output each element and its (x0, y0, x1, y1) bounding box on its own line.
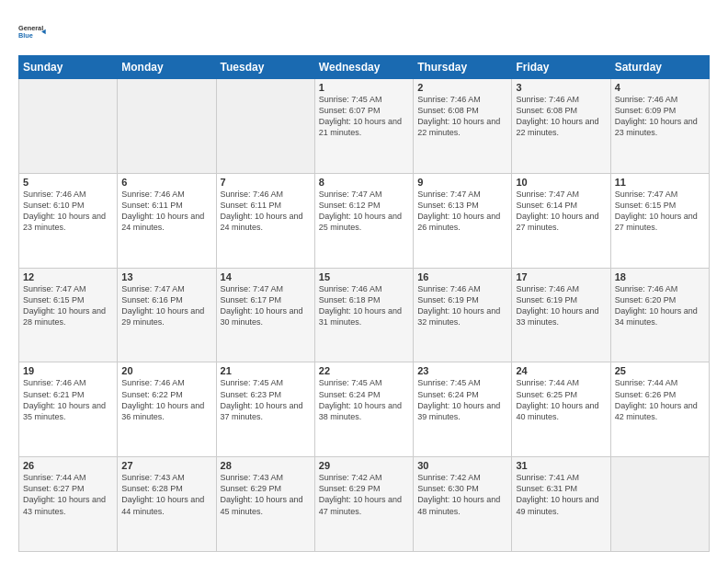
week-row-4: 19Sunrise: 7:46 AM Sunset: 6:21 PM Dayli… (19, 362, 710, 457)
calendar: SundayMondayTuesdayWednesdayThursdayFrid… (18, 55, 710, 552)
day-number: 30 (417, 460, 507, 471)
col-header-friday: Friday (512, 56, 610, 79)
day-number: 7 (221, 177, 311, 188)
day-number: 12 (23, 271, 113, 282)
day-info: Sunrise: 7:42 AM Sunset: 6:30 PM Dayligh… (417, 472, 507, 517)
day-cell: 2Sunrise: 7:46 AM Sunset: 6:08 PM Daylig… (414, 79, 512, 174)
day-number: 8 (319, 177, 409, 188)
day-number: 2 (417, 82, 507, 93)
day-info: Sunrise: 7:44 AM Sunset: 6:27 PM Dayligh… (23, 472, 113, 517)
col-header-wednesday: Wednesday (314, 56, 413, 79)
day-cell: 10Sunrise: 7:47 AM Sunset: 6:14 PM Dayli… (512, 173, 610, 268)
day-number: 19 (23, 365, 113, 376)
day-number: 11 (615, 177, 705, 188)
day-info: Sunrise: 7:46 AM Sunset: 6:08 PM Dayligh… (417, 94, 507, 139)
day-info: Sunrise: 7:45 AM Sunset: 6:07 PM Dayligh… (319, 94, 409, 139)
day-cell: 14Sunrise: 7:47 AM Sunset: 6:17 PM Dayli… (216, 268, 314, 362)
day-number: 20 (121, 365, 211, 376)
day-cell: 28Sunrise: 7:43 AM Sunset: 6:29 PM Dayli… (216, 457, 314, 552)
day-cell: 17Sunrise: 7:46 AM Sunset: 6:19 PM Dayli… (512, 268, 610, 362)
day-info: Sunrise: 7:44 AM Sunset: 6:26 PM Dayligh… (615, 377, 705, 422)
day-cell: 29Sunrise: 7:42 AM Sunset: 6:29 PM Dayli… (314, 457, 413, 552)
col-header-thursday: Thursday (414, 56, 512, 79)
day-cell (118, 79, 216, 174)
day-info: Sunrise: 7:46 AM Sunset: 6:20 PM Dayligh… (615, 283, 705, 328)
day-cell: 31Sunrise: 7:41 AM Sunset: 6:31 PM Dayli… (512, 457, 610, 552)
day-cell: 1Sunrise: 7:45 AM Sunset: 6:07 PM Daylig… (314, 79, 413, 174)
day-cell: 4Sunrise: 7:46 AM Sunset: 6:09 PM Daylig… (610, 79, 709, 174)
header: GeneralBlue (18, 17, 710, 46)
day-cell (19, 79, 118, 174)
day-cell: 11Sunrise: 7:47 AM Sunset: 6:15 PM Dayli… (610, 173, 709, 268)
day-info: Sunrise: 7:46 AM Sunset: 6:21 PM Dayligh… (23, 377, 113, 422)
day-info: Sunrise: 7:46 AM Sunset: 6:11 PM Dayligh… (221, 189, 311, 234)
page: GeneralBlue SundayMondayTuesdayWednesday… (0, 0, 728, 563)
logo-icon: GeneralBlue (18, 17, 48, 46)
day-cell: 25Sunrise: 7:44 AM Sunset: 6:26 PM Dayli… (610, 362, 709, 457)
day-number: 31 (516, 460, 606, 471)
day-number: 9 (417, 177, 507, 188)
day-cell: 27Sunrise: 7:43 AM Sunset: 6:28 PM Dayli… (118, 457, 216, 552)
day-number: 25 (615, 365, 705, 376)
day-info: Sunrise: 7:47 AM Sunset: 6:14 PM Dayligh… (516, 189, 606, 234)
day-info: Sunrise: 7:45 AM Sunset: 6:24 PM Dayligh… (319, 377, 409, 422)
col-header-saturday: Saturday (610, 56, 709, 79)
day-number: 4 (615, 82, 705, 93)
day-cell (216, 79, 314, 174)
day-info: Sunrise: 7:42 AM Sunset: 6:29 PM Dayligh… (319, 472, 409, 517)
day-number: 14 (221, 271, 311, 282)
day-cell: 19Sunrise: 7:46 AM Sunset: 6:21 PM Dayli… (19, 362, 118, 457)
day-info: Sunrise: 7:46 AM Sunset: 6:22 PM Dayligh… (121, 377, 211, 422)
svg-text:Blue: Blue (18, 31, 33, 40)
logo: GeneralBlue (18, 17, 48, 46)
day-info: Sunrise: 7:45 AM Sunset: 6:23 PM Dayligh… (221, 377, 311, 422)
day-info: Sunrise: 7:47 AM Sunset: 6:12 PM Dayligh… (319, 189, 409, 234)
day-info: Sunrise: 7:46 AM Sunset: 6:09 PM Dayligh… (615, 94, 705, 139)
day-number: 1 (319, 82, 409, 93)
day-info: Sunrise: 7:46 AM Sunset: 6:11 PM Dayligh… (121, 189, 211, 234)
day-cell: 5Sunrise: 7:46 AM Sunset: 6:10 PM Daylig… (19, 173, 118, 268)
week-row-5: 26Sunrise: 7:44 AM Sunset: 6:27 PM Dayli… (19, 457, 710, 552)
day-number: 28 (221, 460, 311, 471)
day-cell: 18Sunrise: 7:46 AM Sunset: 6:20 PM Dayli… (610, 268, 709, 362)
day-number: 23 (417, 365, 507, 376)
day-number: 3 (516, 82, 606, 93)
day-info: Sunrise: 7:47 AM Sunset: 6:16 PM Dayligh… (121, 283, 211, 328)
day-number: 24 (516, 365, 606, 376)
svg-text:General: General (18, 24, 43, 32)
day-info: Sunrise: 7:45 AM Sunset: 6:24 PM Dayligh… (417, 377, 507, 422)
day-info: Sunrise: 7:46 AM Sunset: 6:19 PM Dayligh… (516, 283, 606, 328)
day-info: Sunrise: 7:47 AM Sunset: 6:15 PM Dayligh… (23, 283, 113, 328)
day-cell: 22Sunrise: 7:45 AM Sunset: 6:24 PM Dayli… (314, 362, 413, 457)
week-row-3: 12Sunrise: 7:47 AM Sunset: 6:15 PM Dayli… (19, 268, 710, 362)
day-cell: 26Sunrise: 7:44 AM Sunset: 6:27 PM Dayli… (19, 457, 118, 552)
day-number: 18 (615, 271, 705, 282)
day-cell: 3Sunrise: 7:46 AM Sunset: 6:08 PM Daylig… (512, 79, 610, 174)
day-info: Sunrise: 7:46 AM Sunset: 6:10 PM Dayligh… (23, 189, 113, 234)
day-number: 26 (23, 460, 113, 471)
day-cell: 7Sunrise: 7:46 AM Sunset: 6:11 PM Daylig… (216, 173, 314, 268)
week-row-1: 1Sunrise: 7:45 AM Sunset: 6:07 PM Daylig… (19, 79, 710, 174)
day-number: 22 (319, 365, 409, 376)
col-header-monday: Monday (118, 56, 216, 79)
day-info: Sunrise: 7:46 AM Sunset: 6:19 PM Dayligh… (417, 283, 507, 328)
day-number: 5 (23, 177, 113, 188)
day-cell: 20Sunrise: 7:46 AM Sunset: 6:22 PM Dayli… (118, 362, 216, 457)
day-number: 6 (121, 177, 211, 188)
col-header-sunday: Sunday (19, 56, 118, 79)
day-cell: 15Sunrise: 7:46 AM Sunset: 6:18 PM Dayli… (314, 268, 413, 362)
day-number: 17 (516, 271, 606, 282)
col-header-tuesday: Tuesday (216, 56, 314, 79)
day-info: Sunrise: 7:47 AM Sunset: 6:17 PM Dayligh… (221, 283, 311, 328)
day-info: Sunrise: 7:46 AM Sunset: 6:18 PM Dayligh… (319, 283, 409, 328)
day-cell (610, 457, 709, 552)
day-cell: 13Sunrise: 7:47 AM Sunset: 6:16 PM Dayli… (118, 268, 216, 362)
day-cell: 16Sunrise: 7:46 AM Sunset: 6:19 PM Dayli… (414, 268, 512, 362)
day-cell: 23Sunrise: 7:45 AM Sunset: 6:24 PM Dayli… (414, 362, 512, 457)
day-info: Sunrise: 7:44 AM Sunset: 6:25 PM Dayligh… (516, 377, 606, 422)
week-row-2: 5Sunrise: 7:46 AM Sunset: 6:10 PM Daylig… (19, 173, 710, 268)
day-info: Sunrise: 7:41 AM Sunset: 6:31 PM Dayligh… (516, 472, 606, 517)
day-info: Sunrise: 7:47 AM Sunset: 6:15 PM Dayligh… (615, 189, 705, 234)
day-cell: 21Sunrise: 7:45 AM Sunset: 6:23 PM Dayli… (216, 362, 314, 457)
day-number: 27 (121, 460, 211, 471)
